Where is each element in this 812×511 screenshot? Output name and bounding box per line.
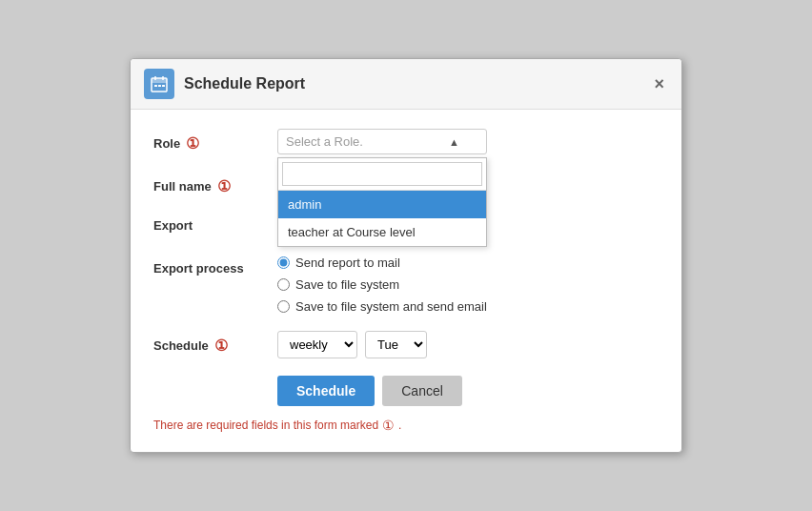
schedule-day-select[interactable]: Mon Tue Wed Thu Fri Sat Sun [365, 331, 427, 358]
schedule-label: Schedule ① [153, 331, 277, 355]
dropdown-option-admin[interactable]: admin [278, 191, 486, 218]
radio-save-file[interactable]: Save to file system [277, 277, 659, 292]
radio-send-mail[interactable]: Send report to mail [277, 256, 659, 270]
role-dropdown: admin teacher at Course level [277, 157, 487, 247]
validation-required-icon: ① [382, 418, 395, 433]
schedule-report-dialog: Schedule Report × Role ① Select a Role. … [130, 58, 682, 453]
radio-save-and-send[interactable]: Save to file system and send email [277, 299, 659, 314]
role-select-wrapper[interactable]: Select a Role. ▲ admin teacher at Course… [277, 129, 487, 154]
export-process-field: Send report to mail Save to file system … [277, 256, 659, 314]
dialog-header-left: Schedule Report [144, 69, 305, 99]
dialog-header: Schedule Report × [131, 59, 681, 110]
role-label: Role ① [153, 129, 277, 153]
svg-rect-1 [152, 78, 167, 83]
role-row: Role ① Select a Role. ▲ admin teacher at… [153, 129, 659, 154]
role-field: Select a Role. ▲ admin teacher at Course… [277, 129, 659, 154]
radio-save-file-input[interactable] [277, 278, 290, 291]
dropdown-option-teacher[interactable]: teacher at Course level [278, 218, 486, 246]
schedule-field: weekly daily monthly Mon Tue Wed Thu Fri… [277, 331, 659, 358]
dialog-title: Schedule Report [184, 75, 305, 92]
radio-save-and-send-input[interactable] [277, 300, 290, 313]
svg-rect-6 [162, 85, 165, 87]
close-button[interactable]: × [650, 75, 668, 92]
schedule-row: Schedule ① weekly daily monthly Mon Tue … [153, 331, 659, 358]
schedule-controls-row: weekly daily monthly Mon Tue Wed Thu Fri… [277, 331, 659, 358]
export-process-radio-group: Send report to mail Save to file system … [277, 256, 659, 314]
role-select-display[interactable]: Select a Role. ▲ [277, 129, 487, 154]
svg-rect-4 [154, 85, 157, 87]
radio-send-mail-input[interactable] [277, 256, 290, 269]
action-row: Schedule Cancel [153, 376, 659, 406]
dialog-body: Role ① Select a Role. ▲ admin teacher at… [131, 110, 681, 452]
export-process-label: Export process [153, 256, 277, 276]
fullname-required-icon: ① [217, 177, 231, 195]
dropdown-search-wrapper [278, 158, 486, 191]
schedule-required-icon: ① [214, 337, 228, 355]
export-label: Export [153, 213, 277, 233]
schedule-button[interactable]: Schedule [277, 376, 375, 406]
dropdown-arrow-icon: ▲ [449, 136, 459, 148]
cancel-button[interactable]: Cancel [382, 376, 462, 406]
calendar-icon [144, 69, 174, 99]
dropdown-search-input[interactable] [282, 162, 482, 186]
svg-rect-5 [158, 85, 161, 87]
schedule-frequency-select[interactable]: weekly daily monthly [277, 331, 357, 358]
validation-message: There are required fields in this form m… [153, 418, 659, 433]
fullname-label: Full name ① [153, 172, 277, 195]
role-required-icon: ① [186, 134, 199, 153]
export-process-row: Export process Send report to mail Save … [153, 256, 659, 314]
